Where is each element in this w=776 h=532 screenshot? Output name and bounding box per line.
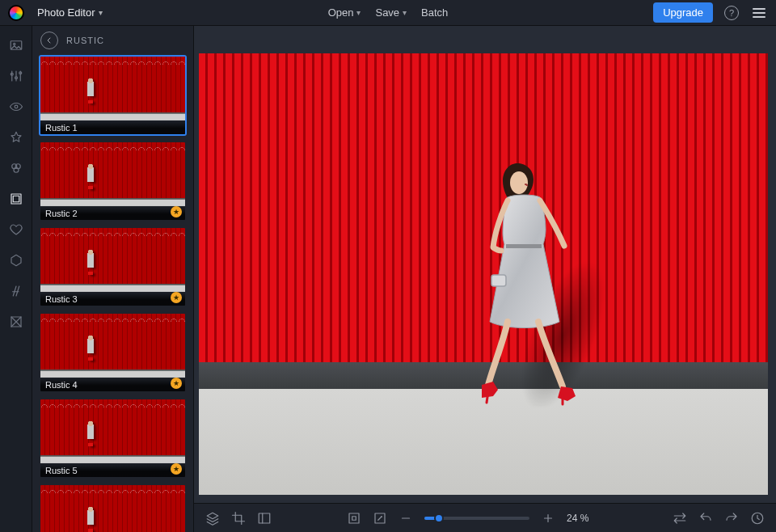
upgrade-label: Upgrade	[663, 6, 703, 19]
svg-rect-13	[506, 244, 542, 248]
filter-thumb-label: Rustic 1	[40, 120, 185, 134]
top-toolbar: Photo Editor ▾ Open ▾ Save ▾ Batch Upgra…	[0, 0, 776, 26]
svg-rect-17	[352, 516, 356, 520]
app-title: Photo Editor	[37, 6, 95, 19]
photo-preview	[199, 53, 768, 495]
main-menu-button[interactable]	[750, 4, 768, 22]
arrow-left-icon	[44, 36, 54, 45]
filter-thumb-label: Rustic 5	[40, 462, 185, 477]
zoom-slider[interactable]	[424, 517, 529, 520]
layers-icon[interactable]	[205, 511, 220, 526]
filter-category-label: RUSTIC	[66, 36, 104, 45]
open-label: Open	[328, 6, 354, 19]
filter-thumb[interactable]: Rustic 5★	[39, 398, 187, 479]
filter-thumb[interactable]: Rustic 3★	[39, 226, 187, 307]
filter-thumbnail-list[interactable]: Rustic 1Rustic 2★Rustic 3★Rustic 4★Rusti…	[32, 55, 193, 532]
bottom-right-group	[673, 511, 765, 526]
svg-rect-16	[349, 513, 359, 523]
help-icon: ?	[724, 6, 739, 20]
filter-thumb-label: Rustic 3	[40, 291, 185, 306]
bottom-center-group: 24 %	[347, 511, 597, 526]
filter-thumb[interactable]: Rustic 2★	[39, 141, 187, 222]
open-menu[interactable]: Open ▾	[328, 6, 361, 19]
workspace: RUSTIC Rustic 1Rustic 2★Rustic 3★Rustic …	[0, 26, 776, 532]
effects-tool-icon[interactable]	[8, 160, 24, 176]
svg-rect-14	[491, 275, 506, 286]
filter-panel-header: RUSTIC	[32, 26, 193, 55]
undo-button[interactable]	[698, 511, 713, 526]
fit-screen-icon[interactable]	[347, 511, 361, 526]
premium-star-icon: ★	[171, 378, 182, 389]
panel-toggle-icon[interactable]	[257, 511, 272, 526]
photo-figure	[461, 149, 590, 416]
zoom-out-button[interactable]	[399, 511, 413, 526]
filter-thumb-label: Rustic 4	[40, 377, 185, 391]
visibility-tool-icon[interactable]	[8, 99, 24, 115]
app-logo	[8, 5, 24, 21]
texture-tool-icon[interactable]	[8, 314, 24, 330]
image-canvas[interactable]	[199, 53, 768, 495]
sliders-tool-icon[interactable]	[8, 68, 24, 84]
filter-thumb[interactable]: Rustic 6★	[39, 483, 187, 532]
heart-tool-icon[interactable]	[8, 222, 24, 238]
back-button[interactable]	[40, 32, 58, 49]
svg-point-12	[510, 171, 528, 194]
batch-label: Batch	[421, 6, 448, 19]
app-mode-dropdown[interactable]: Photo Editor ▾	[32, 3, 108, 22]
svg-rect-10	[13, 196, 19, 202]
filter-thumb[interactable]: Rustic 4★	[39, 312, 187, 393]
filter-panel: RUSTIC Rustic 1Rustic 2★Rustic 3★Rustic …	[32, 26, 194, 532]
top-right-group: Upgrade ?	[653, 2, 768, 23]
top-center-group: Open ▾ Save ▾ Batch	[328, 6, 449, 19]
star-tool-icon[interactable]	[8, 129, 24, 146]
svg-rect-15	[259, 513, 270, 523]
premium-star-icon: ★	[171, 292, 182, 303]
bottom-toolbar: 24 %	[194, 503, 776, 532]
upgrade-button[interactable]: Upgrade	[653, 2, 713, 23]
filter-thumb-art	[40, 485, 185, 532]
redo-button[interactable]	[724, 511, 739, 526]
chevron-down-icon: ▾	[403, 8, 407, 17]
premium-star-icon: ★	[171, 463, 182, 475]
chevron-down-icon: ▾	[356, 8, 361, 17]
svg-point-5	[15, 105, 18, 108]
hamburger-icon	[753, 8, 765, 18]
frame-tool-icon[interactable]	[8, 191, 24, 207]
tool-rail	[0, 26, 32, 532]
filter-thumb-label: Rustic 2	[40, 205, 185, 220]
batch-button[interactable]: Batch	[421, 6, 448, 19]
help-button[interactable]: ?	[723, 4, 740, 22]
zoom-in-button[interactable]	[541, 511, 555, 526]
filter-thumb[interactable]: Rustic 1	[39, 55, 187, 136]
shape-tool-icon[interactable]	[8, 252, 24, 268]
chevron-down-icon: ▾	[99, 8, 103, 17]
history-button[interactable]	[750, 511, 765, 526]
save-menu[interactable]: Save ▾	[375, 6, 407, 19]
crop-icon[interactable]	[231, 511, 246, 526]
premium-star-icon: ★	[171, 206, 182, 217]
svg-point-1	[13, 43, 15, 44]
save-label: Save	[375, 6, 399, 19]
actual-size-icon[interactable]	[373, 511, 387, 526]
zoom-slider-knob[interactable]	[434, 513, 444, 523]
text-tool-icon[interactable]	[8, 283, 24, 299]
compare-icon[interactable]	[673, 511, 687, 526]
canvas-area: 24 %	[194, 26, 776, 532]
image-tool-icon[interactable]	[8, 37, 24, 53]
zoom-percent-label: 24 %	[567, 513, 597, 524]
bottom-left-group	[205, 511, 272, 526]
